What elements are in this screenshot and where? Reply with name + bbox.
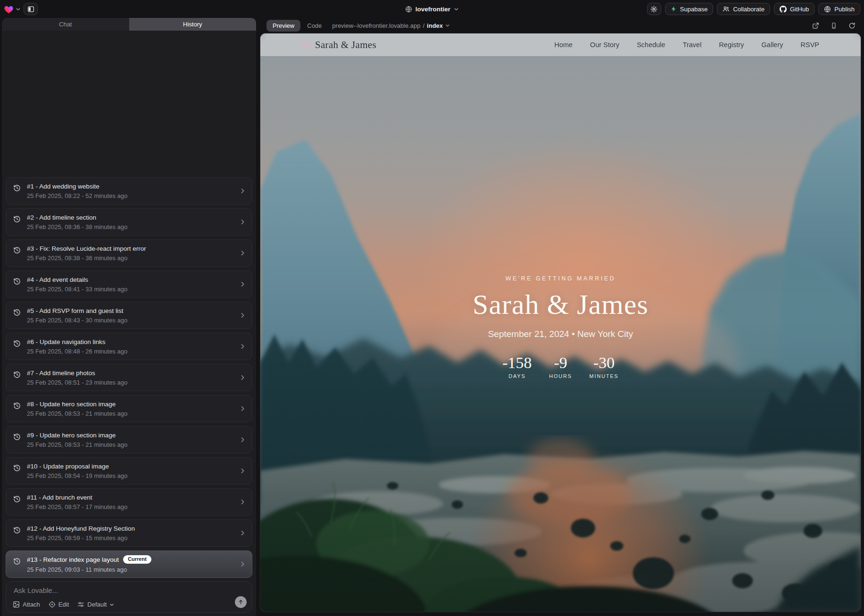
project-chevron-down-icon[interactable] <box>454 7 459 12</box>
refresh-icon[interactable] <box>848 22 856 29</box>
chevron-right-icon[interactable] <box>240 375 246 381</box>
site-logo[interactable]: Sarah & James <box>302 39 376 51</box>
history-entry-title: #1 - Add wedding website <box>27 183 100 190</box>
tab-history[interactable]: History <box>129 18 257 31</box>
history-entry-title: #6 - Update navigation links <box>27 338 106 345</box>
model-mode-selector[interactable]: Default <box>77 601 114 608</box>
sidebar-toggle-button[interactable] <box>24 3 38 15</box>
supabase-button-label: Supabase <box>680 6 708 13</box>
mobile-view-icon[interactable] <box>831 22 837 29</box>
history-entry-timestamp: 25 Feb 2025, 08:48 - 26 minutes ago <box>27 348 252 355</box>
history-list: #1 - Add wedding website 25 Feb 2025, 08… <box>6 177 252 582</box>
preview-tab[interactable]: Preview <box>266 20 300 32</box>
attach-image-icon <box>13 601 20 608</box>
attach-button-label: Attach <box>23 601 40 608</box>
countdown-value: -9 <box>554 355 567 371</box>
chevron-right-icon[interactable] <box>240 312 246 319</box>
history-entry[interactable]: #4 - Add event details 25 Feb 2025, 08:4… <box>6 271 252 298</box>
history-entry[interactable]: #3 - Fix: Resolve Lucide-react import er… <box>6 239 252 267</box>
edit-button-label: Edit <box>58 601 69 608</box>
url-chevron-down-icon <box>445 23 450 28</box>
history-entry-title: #5 - Add RSVP form and guest list <box>27 307 124 314</box>
site-nav-link[interactable]: Travel <box>683 41 702 49</box>
chevron-right-icon[interactable] <box>240 281 246 287</box>
ask-lovable-input[interactable] <box>14 586 228 594</box>
site-nav-link[interactable]: Home <box>554 41 573 49</box>
sliders-icon <box>77 601 84 608</box>
edit-button[interactable]: Edit <box>49 601 69 608</box>
chevron-right-icon[interactable] <box>240 406 246 412</box>
chevron-right-icon[interactable] <box>240 499 246 505</box>
hero-date-location: September 21, 2024 • New York City <box>488 329 633 339</box>
chevron-right-icon[interactable] <box>240 250 246 256</box>
history-entry[interactable]: #7 - Add timeline photos 25 Feb 2025, 08… <box>6 364 252 391</box>
history-entry-text: #5 - Add RSVP form and guest list 25 Feb… <box>6 307 252 324</box>
code-tab[interactable]: Code <box>307 22 322 29</box>
settings-button[interactable] <box>647 3 661 15</box>
history-entry[interactable]: #9 - Update hero section image 25 Feb 20… <box>6 426 252 453</box>
history-entry-timestamp: 25 Feb 2025, 08:59 - 15 minutes ago <box>27 534 252 542</box>
history-entry[interactable]: #12 - Add Honeyfund Registry Section 25 … <box>6 519 252 547</box>
history-clock-icon <box>13 558 21 565</box>
preview-url[interactable]: preview--lovefrontier.lovable.app / inde… <box>332 22 450 29</box>
history-entry-text: #3 - Fix: Resolve Lucide-react import er… <box>6 245 252 262</box>
countdown-label: MINUTES <box>590 373 619 379</box>
history-entry-text: #4 - Add event details 25 Feb 2025, 08:4… <box>6 276 252 293</box>
attach-button[interactable]: Attach <box>13 601 40 608</box>
sidebar-tabs: Chat History <box>2 18 256 31</box>
countdown-value: -158 <box>502 355 532 371</box>
site-nav-link[interactable]: Schedule <box>637 41 665 49</box>
edit-target-icon <box>49 601 56 608</box>
current-badge: Current <box>123 555 151 564</box>
site-nav-link[interactable]: Registry <box>719 41 744 49</box>
history-clock-icon <box>13 309 21 316</box>
history-entry-timestamp: 25 Feb 2025, 08:51 - 23 minutes ago <box>27 379 252 386</box>
collaborate-button-label: Collaborate <box>733 6 764 13</box>
publish-globe-icon <box>824 6 831 13</box>
countdown-label: DAYS <box>508 373 525 379</box>
open-external-icon[interactable] <box>812 22 819 29</box>
github-button[interactable]: GitHub <box>774 3 814 15</box>
history-clock-icon <box>13 433 21 441</box>
publish-button[interactable]: Publish <box>818 3 860 15</box>
history-entry-timestamp: 25 Feb 2025, 08:38 - 36 minutes ago <box>27 255 252 262</box>
chevron-right-icon[interactable] <box>240 530 246 536</box>
history-entry[interactable]: #10 - Update proposal image 25 Feb 2025,… <box>6 457 252 485</box>
project-name[interactable]: lovefrontier <box>415 6 450 13</box>
history-entry-title: #3 - Fix: Resolve Lucide-react import er… <box>27 245 146 252</box>
history-entry[interactable]: #13 - Refactor index page layout Current… <box>6 550 252 578</box>
mode-label: Default <box>87 601 107 608</box>
chevron-right-icon[interactable] <box>240 561 246 567</box>
project-globe-icon <box>405 6 412 13</box>
tab-chat[interactable]: Chat <box>2 18 129 31</box>
hero-eyebrow: WE'RE GETTING MARRIED <box>506 275 616 282</box>
preview-pane: Preview Code preview--lovefrontier.lovab… <box>260 18 861 616</box>
chevron-right-icon[interactable] <box>240 188 246 194</box>
history-entry[interactable]: #8 - Update hero section image 25 Feb 20… <box>6 395 252 422</box>
history-entry[interactable]: #6 - Update navigation links 25 Feb 2025… <box>6 333 252 360</box>
chevron-right-icon[interactable] <box>240 468 246 474</box>
send-button[interactable] <box>235 596 247 608</box>
history-entry-timestamp: 25 Feb 2025, 08:41 - 33 minutes ago <box>27 286 252 293</box>
chevron-right-icon[interactable] <box>240 344 246 350</box>
chevron-right-icon[interactable] <box>240 437 246 443</box>
collaborate-button[interactable]: Collaborate <box>717 3 770 15</box>
chevron-right-icon[interactable] <box>240 219 246 225</box>
history-entry[interactable]: #11 - Add brunch event 25 Feb 2025, 08:5… <box>6 488 252 516</box>
preview-url-host: preview--lovefrontier.lovable.app <box>332 22 420 29</box>
lovable-logo-menu[interactable] <box>4 5 21 14</box>
supabase-button[interactable]: Supabase <box>665 3 714 15</box>
site-navbar: Sarah & James HomeOur StoryScheduleTrave… <box>260 33 861 56</box>
countdown-unit: -9 HOURS <box>546 355 575 379</box>
history-entry[interactable]: #2 - Add timeline section 25 Feb 2025, 0… <box>6 208 252 236</box>
site-nav-link[interactable]: Our Story <box>590 41 619 49</box>
history-entry-text: #10 - Update proposal image 25 Feb 2025,… <box>6 463 252 479</box>
chevron-down-icon <box>16 7 21 12</box>
history-entry-timestamp: 25 Feb 2025, 08:43 - 30 minutes ago <box>27 317 252 324</box>
history-entry[interactable]: #1 - Add wedding website 25 Feb 2025, 08… <box>6 177 252 205</box>
site-nav-link[interactable]: Gallery <box>762 41 783 49</box>
history-entry[interactable]: #5 - Add RSVP form and guest list 25 Feb… <box>6 302 252 329</box>
site-nav-link[interactable]: RSVP <box>801 41 820 49</box>
publish-button-label: Publish <box>834 6 855 13</box>
heart-outline-icon <box>302 41 311 49</box>
